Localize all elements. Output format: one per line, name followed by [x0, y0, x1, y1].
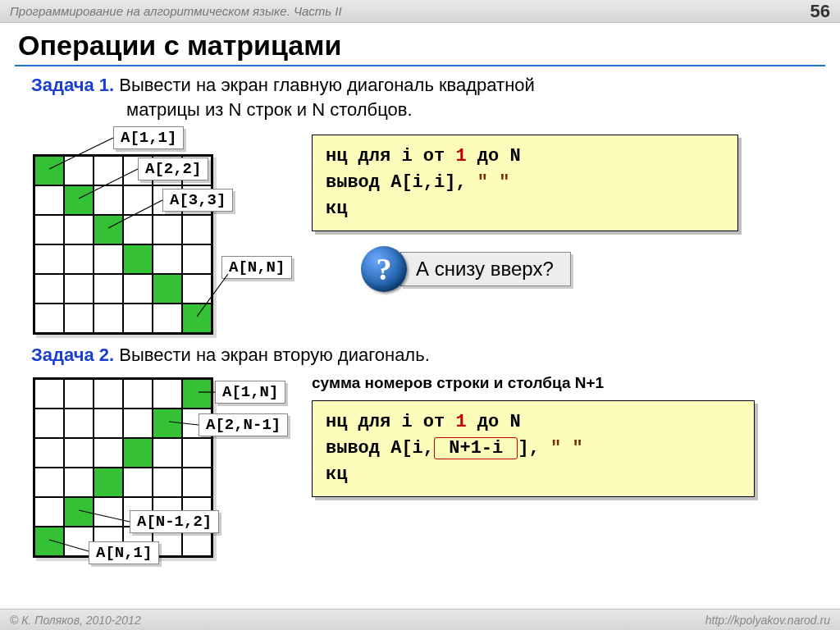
task2-label: Задача 2. [31, 345, 114, 365]
label-an1: A[N,1] [89, 541, 159, 564]
note-sum: сумма номеров строки и столбца N+1 [312, 374, 815, 392]
right-1: нц для i от 1 до N вывод A[i,i], " " кц … [312, 126, 815, 292]
label-a1n: A[1,N] [215, 381, 285, 404]
footer-right: http://kpolyakov.narod.ru [705, 614, 830, 627]
title-underline [15, 65, 825, 66]
slide: Программирование на алгоритмическом язык… [0, 0, 840, 630]
footer-left: © К. Поляков, 2010-2012 [10, 614, 141, 627]
label-a11: A[1,1] [113, 126, 184, 149]
code1-l1: нц для i от 1 до N [326, 144, 724, 170]
task2-text: Задача 2. Вывести на экран вторую диагон… [31, 343, 815, 368]
code2-l2: вывод A[i, N+1-i ], " " [326, 436, 741, 462]
task1-label: Задача 1. [31, 75, 114, 95]
label-a33: A[3,3] [162, 189, 233, 212]
label-ann: A[N,N] [221, 256, 292, 279]
task1-line1: Вывести на экран главную диагональ квадр… [114, 75, 535, 95]
label-a2n1: A[2,N-1] [199, 413, 288, 436]
label-a22: A[2,2] [138, 158, 208, 180]
doc-title: Программирование на алгоритмическом язык… [10, 4, 342, 18]
page-number: 56 [810, 1, 830, 22]
code-box-2: нц для i от 1 до N вывод A[i, N+1-i ], "… [312, 400, 755, 497]
code2-l1: нц для i от 1 до N [326, 409, 741, 436]
page-title: Операции с матрицами [0, 23, 840, 65]
task1-text: Задача 1. Вывести на экран главную диаго… [31, 73, 815, 121]
matrix-main-diagonal [33, 154, 213, 335]
question-icon: ? [361, 246, 407, 292]
question-callout: ? А снизу вверх? [361, 246, 815, 292]
question-text: А снизу вверх? [400, 252, 571, 286]
right-2: сумма номеров строки и столбца N+1 нц дл… [312, 372, 815, 497]
section-1: A[1,1] A[2,2] A[3,3] A[N,N] нц для i от … [25, 126, 815, 340]
footer: © К. Поляков, 2010-2012 http://kpolyakov… [0, 609, 840, 630]
matrix2-area: A[1,N] A[2,N-1] A[N-1,2] A[N,1] [25, 372, 312, 586]
matrix1-area: A[1,1] A[2,2] A[3,3] A[N,N] [25, 126, 312, 340]
code1-l3: кц [326, 196, 724, 222]
code1-l2: вывод A[i,i], " " [326, 170, 724, 196]
section-2: A[1,N] A[2,N-1] A[N-1,2] A[N,1] сумма но… [25, 372, 815, 586]
content: Задача 1. Вывести на экран главную диаго… [0, 73, 840, 586]
topbar: Программирование на алгоритмическом язык… [0, 0, 840, 23]
label-an12: A[N-1,2] [130, 510, 219, 533]
task1-line2: матрицы из N строк и N столбцов. [31, 99, 413, 120]
code2-l3: кц [326, 462, 741, 488]
task2-body: Вывести на экран вторую диагональ. [114, 345, 430, 365]
code-box-1: нц для i от 1 до N вывод A[i,i], " " кц [312, 135, 738, 231]
